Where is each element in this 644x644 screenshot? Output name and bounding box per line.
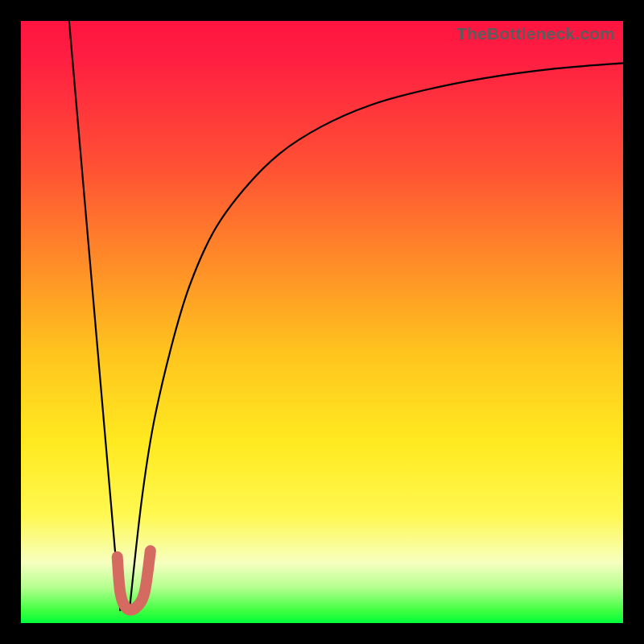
chart-svg — [21, 21, 623, 623]
chart-frame: TheBottleneck.com — [0, 0, 644, 644]
plot-area: TheBottleneck.com — [21, 21, 623, 623]
rising-curve — [130, 63, 623, 611]
j-marker — [118, 551, 151, 609]
descending-line — [69, 21, 121, 611]
